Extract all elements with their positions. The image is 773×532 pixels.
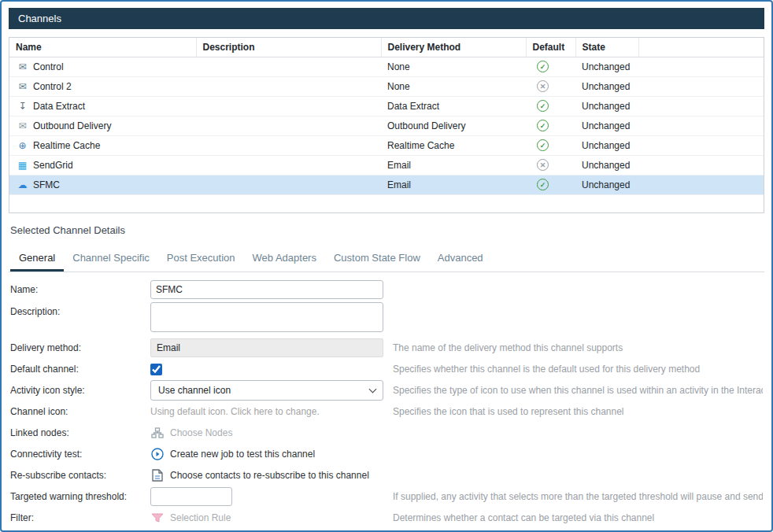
channel-delivery-method: None <box>381 57 526 76</box>
default-channel-label: Default channel: <box>10 364 150 375</box>
channel-name: Control <box>33 61 64 72</box>
resubscribe-document-icon <box>150 469 165 482</box>
description-input[interactable] <box>150 302 383 332</box>
table-row[interactable]: ⊕Realtime Cache Realtime Cache ✓ Unchang… <box>9 135 764 155</box>
form-row-default-channel: Default channel: Specifies whether this … <box>9 359 764 379</box>
default-yes-icon: ✓ <box>537 179 549 190</box>
channel-name: SendGrid <box>33 160 73 171</box>
channel-description <box>196 135 381 155</box>
tab-channel-specific[interactable]: Channel Specific <box>64 246 158 272</box>
connectivity-test-label: Connectivity test: <box>10 449 150 460</box>
column-header-description[interactable]: Description <box>196 38 381 57</box>
activity-icon-style-value: Use channel icon <box>158 385 231 396</box>
table-row[interactable]: ✉Outbound Delivery Outbound Delivery ✓ U… <box>9 116 764 135</box>
default-channel-checkbox[interactable] <box>150 364 162 375</box>
targeted-warning-hint: If supplied, any activity that selects m… <box>393 491 763 502</box>
default-channel-hint: Specifies whether this channel is the de… <box>393 364 763 375</box>
column-header-delivery-method[interactable]: Delivery Method <box>381 38 526 57</box>
channel-state: Unchanged <box>575 155 638 175</box>
targeted-warning-label: Targeted warning threshold: <box>10 491 150 502</box>
column-header-name[interactable]: Name <box>9 38 196 57</box>
form-row-name: Name: <box>9 279 764 300</box>
activity-icon-style-hint: Specifies the type of icon to use when t… <box>393 385 763 396</box>
form-row-targeted-warning: Targeted warning threshold: If supplied,… <box>9 486 764 507</box>
nodes-hierarchy-icon <box>150 427 165 438</box>
channel-description <box>196 175 381 194</box>
column-header-extra <box>638 38 764 57</box>
form-row-filter: Filter: Selection Rule Determines whethe… <box>9 508 764 528</box>
default-yes-icon: ✓ <box>537 100 549 112</box>
channel-description <box>196 155 381 175</box>
channel-description <box>196 76 381 96</box>
form-row-delivery-method: Delivery method: Email The name of the d… <box>9 338 764 358</box>
channels-table-body: ✉Control None ✓ Unchanged ✉Control 2 Non… <box>9 57 764 194</box>
tab-post-execution[interactable]: Post Execution <box>158 246 244 272</box>
channel-state: Unchanged <box>575 135 638 155</box>
window-title: Channels <box>18 13 61 24</box>
table-row[interactable]: ↧Data Extract Data Extract ✓ Unchanged <box>9 96 764 116</box>
channel-description <box>196 116 381 135</box>
window-titlebar: Channels <box>9 8 764 29</box>
column-header-default[interactable]: Default <box>526 38 575 57</box>
data-extract-icon: ↧ <box>16 101 29 112</box>
name-input[interactable] <box>150 280 383 299</box>
channel-delivery-method: Outbound Delivery <box>381 116 526 135</box>
tab-general[interactable]: General <box>10 246 64 272</box>
filter-hint: Determines whether a contact can be targ… <box>393 512 763 523</box>
channels-table: Name Description Delivery Method Default… <box>9 38 764 195</box>
channel-name: Outbound Delivery <box>33 120 111 131</box>
email-channel-icon: ✉ <box>16 81 29 92</box>
form-row-resubscribe: Re-subscribe contacts: Choose contacts t… <box>9 465 764 486</box>
channel-description <box>196 96 381 116</box>
targeted-warning-input[interactable] <box>150 487 232 506</box>
connectivity-test-button[interactable]: Create new job to test this channel <box>150 448 315 460</box>
table-row[interactable]: ✉Control 2 None ✕ Unchanged <box>9 76 764 96</box>
channel-state: Unchanged <box>575 116 638 135</box>
channel-name: SFMC <box>33 179 60 190</box>
choose-nodes-label: Choose Nodes <box>170 427 232 438</box>
form-row-linked-nodes: Linked nodes: Choose Nodes <box>9 423 764 443</box>
tab-web-adapters[interactable]: Web Adapters <box>244 246 325 272</box>
channel-description <box>196 57 381 76</box>
filter-label: Filter: <box>10 512 150 523</box>
linked-nodes-label: Linked nodes: <box>10 427 150 438</box>
table-row[interactable]: ☁SFMC Email ✓ Unchanged <box>9 175 764 194</box>
filter-funnel-icon <box>150 513 165 523</box>
default-yes-icon: ✓ <box>537 139 549 151</box>
resubscribe-link: Choose contacts to re-subscribe to this … <box>170 470 369 481</box>
resubscribe-label: Re-subscribe contacts: <box>10 470 150 481</box>
form-row-description: Description: <box>9 301 764 332</box>
name-label: Name: <box>10 284 150 295</box>
channel-icon-change-link[interactable]: Using default icon. Click here to change… <box>150 406 320 417</box>
form-row-connectivity-test: Connectivity test: Create new job to tes… <box>9 444 764 464</box>
channel-state: Unchanged <box>575 57 638 76</box>
choose-nodes-button[interactable]: Choose Nodes <box>150 427 232 438</box>
tab-custom-state-flow[interactable]: Custom State Flow <box>325 246 429 272</box>
channel-state: Unchanged <box>575 96 638 116</box>
default-no-icon: ✕ <box>537 159 549 171</box>
channel-delivery-method: Email <box>381 175 526 194</box>
column-header-state[interactable]: State <box>575 38 638 57</box>
table-row[interactable]: ▦SendGrid Email ✕ Unchanged <box>9 155 764 175</box>
activity-icon-style-select[interactable]: Use channel icon <box>150 380 383 401</box>
sendgrid-icon: ▦ <box>16 160 29 171</box>
default-yes-icon: ✓ <box>537 61 549 72</box>
channel-state: Unchanged <box>575 175 638 194</box>
channel-name: Realtime Cache <box>33 140 100 151</box>
channels-window: Channels Name Description Delivery Metho… <box>0 0 773 532</box>
delivery-method-label: Delivery method: <box>10 342 150 353</box>
tab-advanced[interactable]: Advanced <box>429 246 492 272</box>
channels-table-panel: Name Description Delivery Method Default… <box>9 37 764 213</box>
form-row-channel-icon: Channel icon: Using default icon. Click … <box>9 401 764 422</box>
sfmc-cloud-icon: ☁ <box>16 179 29 190</box>
resubscribe-button[interactable]: Choose contacts to re-subscribe to this … <box>150 469 369 482</box>
selection-rule-button[interactable]: Selection Rule <box>150 512 231 523</box>
table-row[interactable]: ✉Control None ✓ Unchanged <box>9 57 764 76</box>
chevron-down-icon <box>369 385 377 393</box>
channel-delivery-method: None <box>381 76 526 96</box>
play-circle-icon <box>150 448 165 460</box>
channel-icon-label: Channel icon: <box>10 406 150 417</box>
default-no-icon: ✕ <box>537 80 549 92</box>
email-channel-icon: ✉ <box>16 61 29 72</box>
table-header-row: Name Description Delivery Method Default… <box>9 38 764 57</box>
